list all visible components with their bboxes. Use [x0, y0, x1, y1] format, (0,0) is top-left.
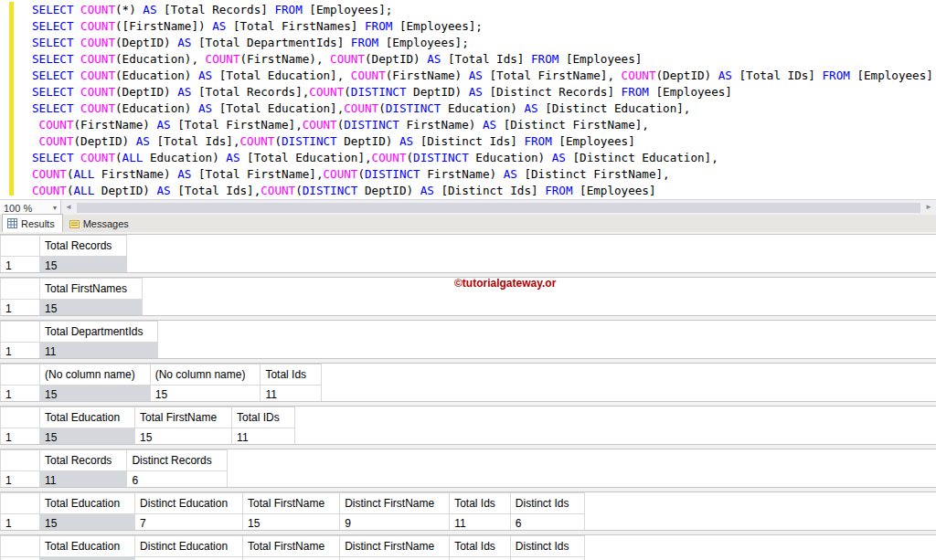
result-cell[interactable]: 6 — [510, 514, 584, 532]
result-cell[interactable]: 15 — [40, 428, 135, 446]
scroll-left-icon[interactable]: ◄ — [61, 200, 76, 215]
column-header[interactable]: Total Ids — [450, 493, 511, 514]
tab-results-label: Results — [21, 218, 55, 229]
column-header[interactable]: Total DepartmentIds — [40, 322, 158, 343]
result-grid-4: (No column name)(No column name)Total Id… — [0, 363, 936, 402]
column-header[interactable]: Total Records — [40, 236, 127, 257]
zoom-level: 100 % — [4, 203, 32, 214]
result-grid-3: Total DepartmentIds111 — [0, 320, 936, 359]
row-header-corner[interactable] — [1, 536, 40, 557]
scroll-right-icon[interactable]: ► — [921, 200, 936, 215]
row-header-corner[interactable] — [1, 279, 40, 300]
row-number[interactable]: 1 — [1, 514, 40, 532]
row-number[interactable]: 1 — [1, 300, 40, 317]
column-header[interactable]: Total FirstName — [135, 407, 232, 428]
messages-icon — [69, 219, 80, 229]
chevron-down-icon: ▾ — [53, 204, 57, 212]
row-header-corner[interactable] — [1, 322, 40, 343]
result-cell[interactable]: 9 — [340, 557, 450, 560]
column-header[interactable]: Distinct Ids — [510, 536, 584, 557]
result-cell[interactable]: 15 — [135, 428, 232, 446]
result-grid-5: Total EducationTotal FirstNameTotal IDs1… — [0, 406, 936, 445]
result-cell[interactable]: 7 — [135, 557, 243, 560]
result-cell[interactable]: 15 — [40, 557, 135, 560]
watermark: ©tutorialgateway.or — [454, 277, 556, 290]
row-header-corner[interactable] — [1, 407, 40, 428]
result-cell[interactable]: 11 — [450, 557, 511, 560]
result-cell[interactable]: 15 — [243, 557, 340, 560]
column-header[interactable]: Total Records — [40, 450, 127, 471]
result-grid-7: Total EducationDistinct EducationTotal F… — [0, 491, 936, 531]
results-tabstrip: Results Messages — [0, 215, 936, 233]
results-pane: Total Records115Total FirstNames115Total… — [0, 232, 936, 560]
column-header[interactable]: Distinct FirstName — [340, 493, 450, 514]
sql-line: SELECT COUNT(Education), COUNT(FirstName… — [32, 51, 936, 68]
column-header[interactable]: (No column name) — [150, 365, 261, 386]
result-cell[interactable]: 9 — [340, 514, 450, 532]
result-grid-8: Total EducationDistinct EducationTotal F… — [0, 534, 936, 560]
tab-messages[interactable]: Messages — [65, 216, 136, 232]
sql-line: SELECT COUNT([FirstName]) AS [Total Firs… — [32, 18, 936, 35]
column-header[interactable]: Total Education — [40, 493, 135, 514]
sql-line: COUNT(ALL FirstName) AS [Total FirstName… — [32, 166, 936, 183]
row-number[interactable]: 1 — [1, 257, 40, 274]
sql-line: SELECT COUNT(DeptID) AS [Total Departmen… — [32, 35, 936, 51]
row-number[interactable]: 1 — [1, 471, 40, 489]
sql-line: COUNT(DeptID) AS [Total Ids],COUNT(DISTI… — [32, 133, 936, 150]
result-grid-6: Total RecordsDistinct Records1116 — [0, 449, 936, 488]
result-cell[interactable]: 6 — [127, 471, 227, 489]
column-header[interactable]: Total IDs — [232, 407, 295, 428]
sql-line: SELECT COUNT(DeptID) AS [Total Records],… — [32, 84, 936, 100]
column-header[interactable]: Distinct FirstName — [340, 536, 450, 557]
sql-line: SELECT COUNT(Education) AS [Total Educat… — [32, 100, 936, 117]
column-header[interactable]: Distinct Education — [135, 536, 243, 557]
row-number[interactable]: 1 — [1, 428, 40, 446]
column-header[interactable]: Total Ids — [450, 536, 511, 557]
result-cell[interactable]: 11 — [450, 514, 511, 532]
column-header[interactable]: Total Education — [40, 536, 135, 557]
result-cell[interactable]: 15 — [243, 514, 340, 532]
result-cell[interactable]: 6 — [510, 557, 584, 560]
tab-results[interactable]: Results — [2, 214, 63, 232]
result-cell[interactable]: 11 — [261, 386, 322, 403]
column-header[interactable]: Total Education — [40, 407, 135, 428]
result-cell[interactable]: 15 — [40, 257, 127, 274]
column-header[interactable]: Total FirstNames — [40, 279, 143, 300]
ssms-query-window: SELECT COUNT(*) AS [Total Records] FROM … — [0, 0, 936, 560]
column-header[interactable]: Total FirstName — [243, 536, 340, 557]
editor-bottom-bar: 100 % ▾ ◄ ► — [0, 199, 936, 216]
scrollbar-thumb[interactable] — [77, 203, 920, 213]
sql-line: SELECT COUNT(Education) AS [Total Educat… — [32, 68, 936, 84]
horizontal-scrollbar[interactable]: ◄ ► — [61, 200, 936, 216]
sql-code[interactable]: SELECT COUNT(*) AS [Total Records] FROM … — [32, 2, 936, 199]
results-grid-icon — [7, 218, 17, 228]
row-number[interactable]: 1 — [1, 557, 40, 560]
row-header-corner[interactable] — [1, 493, 40, 514]
row-number[interactable]: 1 — [1, 343, 40, 360]
column-header[interactable]: Distinct Ids — [510, 493, 584, 514]
sql-line: COUNT(FirstName) AS [Total FirstName],CO… — [32, 117, 936, 133]
result-cell[interactable]: 11 — [232, 428, 295, 446]
column-header[interactable]: Total Ids — [261, 365, 322, 386]
row-number[interactable]: 1 — [1, 386, 40, 403]
sql-line: COUNT(ALL DeptID) AS [Total Ids],COUNT(D… — [32, 183, 936, 199]
result-cell[interactable]: 15 — [40, 300, 143, 317]
row-header-corner[interactable] — [1, 450, 40, 471]
result-cell[interactable]: 15 — [40, 514, 135, 532]
column-header[interactable]: (No column name) — [40, 365, 151, 386]
sql-line: SELECT COUNT(ALL Education) AS [Total Ed… — [32, 150, 936, 166]
result-grid-1: Total Records115 — [0, 234, 936, 273]
sql-editor[interactable]: SELECT COUNT(*) AS [Total Records] FROM … — [0, 0, 936, 199]
result-cell[interactable]: 15 — [40, 386, 151, 403]
result-cell[interactable]: 15 — [150, 386, 261, 403]
track-changes-strip — [9, 2, 14, 195]
result-cell[interactable]: 11 — [40, 471, 127, 489]
result-cell[interactable]: 7 — [135, 514, 243, 532]
result-cell[interactable]: 11 — [40, 343, 158, 360]
column-header[interactable]: Distinct Education — [135, 493, 243, 514]
tab-messages-label: Messages — [83, 218, 129, 229]
column-header[interactable]: Total FirstName — [243, 493, 340, 514]
row-header-corner[interactable] — [1, 365, 40, 386]
row-header-corner[interactable] — [1, 236, 40, 257]
column-header[interactable]: Distinct Records — [127, 450, 227, 471]
